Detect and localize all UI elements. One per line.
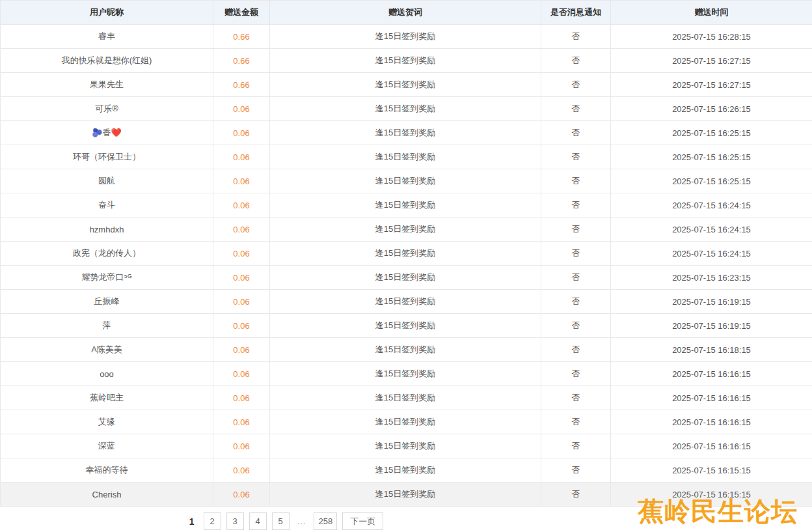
cell-nickname: 幸福的等待 <box>1 458 213 483</box>
header-row: 用户昵称赠送金额赠送贺词是否消息通知赠送时间 <box>1 1 812 25</box>
table-body: 睿丰0.66逢15日签到奖励否2025-07-15 16:28:15我的快乐就是… <box>1 25 812 507</box>
column-header-message: 赠送贺词 <box>270 1 541 25</box>
pagination: 1 2345 ... 258 下一页 <box>0 512 569 530</box>
page-current[interactable]: 1 <box>189 516 195 527</box>
table-row: 耀势龙帝口⁵ᴳ0.06逢15日签到奖励否2025-07-15 16:23:15 <box>1 266 812 290</box>
cell-message: 逢15日签到奖励 <box>270 483 541 507</box>
cell-amount: 0.66 <box>213 25 270 49</box>
cell-notify: 否 <box>541 362 611 386</box>
cell-message: 逢15日签到奖励 <box>270 290 541 314</box>
cell-amount: 0.06 <box>213 458 270 483</box>
cell-message: 逢15日签到奖励 <box>270 458 541 483</box>
table-row: 艾缘0.06逢15日签到奖励否2025-07-15 16:16:15 <box>1 410 812 434</box>
cell-notify: 否 <box>541 73 611 97</box>
cell-nickname: 🫐香❤️ <box>1 121 213 145</box>
cell-message: 逢15日签到奖励 <box>270 193 541 217</box>
cell-message: 逢15日签到奖励 <box>270 97 541 121</box>
page-button-2[interactable]: 2 <box>204 512 221 530</box>
cell-time: 2025-07-15 16:16:15 <box>611 410 812 434</box>
cell-message: 逢15日签到奖励 <box>270 314 541 338</box>
cell-time: 2025-07-15 16:16:15 <box>611 386 812 410</box>
cell-time: 2025-07-15 16:16:15 <box>611 434 812 458</box>
cell-amount: 0.06 <box>213 97 270 121</box>
column-header-nickname: 用户昵称 <box>1 1 213 25</box>
cell-message: 逢15日签到奖励 <box>270 217 541 242</box>
cell-notify: 否 <box>541 266 611 290</box>
cell-message: 逢15日签到奖励 <box>270 169 541 193</box>
cell-nickname: 环哥（环保卫士） <box>1 145 213 169</box>
page-button-5[interactable]: 5 <box>272 512 290 530</box>
gift-record-table: 用户昵称赠送金额赠送贺词是否消息通知赠送时间 睿丰0.66逢15日签到奖励否20… <box>0 0 812 507</box>
cell-time: 2025-07-15 16:27:15 <box>611 73 812 97</box>
cell-nickname: 奋斗 <box>1 193 213 217</box>
cell-message: 逢15日签到奖励 <box>270 49 541 73</box>
table-row: 果果先生0.66逢15日签到奖励否2025-07-15 16:27:15 <box>1 73 812 97</box>
page-button-3[interactable]: 3 <box>226 512 244 530</box>
cell-nickname: 丘振峰 <box>1 290 213 314</box>
cell-notify: 否 <box>541 97 611 121</box>
cell-notify: 否 <box>541 410 611 434</box>
cell-nickname: Cherish <box>1 483 213 507</box>
table-header: 用户昵称赠送金额赠送贺词是否消息通知赠送时间 <box>1 1 812 25</box>
cell-amount: 0.06 <box>213 338 270 362</box>
table-row: 环哥（环保卫士）0.06逢15日签到奖励否2025-07-15 16:25:15 <box>1 145 812 169</box>
table-row: 可乐®0.06逢15日签到奖励否2025-07-15 16:26:15 <box>1 97 812 121</box>
cell-message: 逢15日签到奖励 <box>270 434 541 458</box>
cell-time: 2025-07-15 16:15:15 <box>611 483 812 507</box>
table-row: 萍0.06逢15日签到奖励否2025-07-15 16:19:15 <box>1 314 812 338</box>
cell-notify: 否 <box>541 217 611 242</box>
column-header-amount: 赠送金额 <box>213 1 270 25</box>
cell-nickname: 蕉岭吧主 <box>1 386 213 410</box>
cell-time: 2025-07-15 16:15:15 <box>611 458 812 483</box>
table-row: 我的快乐就是想你(红姐)0.66逢15日签到奖励否2025-07-15 16:2… <box>1 49 812 73</box>
table-row: 奋斗0.06逢15日签到奖励否2025-07-15 16:24:15 <box>1 193 812 217</box>
cell-notify: 否 <box>541 169 611 193</box>
table-row: hzmhdxh0.06逢15日签到奖励否2025-07-15 16:24:15 <box>1 217 812 242</box>
cell-amount: 0.06 <box>213 266 270 290</box>
cell-nickname: 深蓝 <box>1 434 213 458</box>
cell-notify: 否 <box>541 338 611 362</box>
cell-nickname: 圆航 <box>1 169 213 193</box>
cell-amount: 0.06 <box>213 410 270 434</box>
table-row: 幸福的等待0.06逢15日签到奖励否2025-07-15 16:15:15 <box>1 458 812 483</box>
cell-amount: 0.06 <box>213 121 270 145</box>
cell-time: 2025-07-15 16:24:15 <box>611 193 812 217</box>
cell-amount: 0.06 <box>213 483 270 507</box>
cell-notify: 否 <box>541 386 611 410</box>
cell-time: 2025-07-15 16:25:15 <box>611 145 812 169</box>
cell-message: 逢15日签到奖励 <box>270 386 541 410</box>
page-ellipsis: ... <box>297 516 306 526</box>
page-button-last[interactable]: 258 <box>314 512 337 530</box>
cell-notify: 否 <box>541 25 611 49</box>
cell-amount: 0.06 <box>213 314 270 338</box>
cell-notify: 否 <box>541 121 611 145</box>
table-row: Cherish0.06逢15日签到奖励否2025-07-15 16:15:15 <box>1 483 812 507</box>
cell-amount: 0.06 <box>213 290 270 314</box>
cell-nickname: 可乐® <box>1 97 213 121</box>
cell-amount: 0.06 <box>213 193 270 217</box>
cell-amount: 0.06 <box>213 242 270 266</box>
table-row: 🫐香❤️0.06逢15日签到奖励否2025-07-15 16:25:15 <box>1 121 812 145</box>
cell-message: 逢15日签到奖励 <box>270 338 541 362</box>
cell-time: 2025-07-15 16:27:15 <box>611 49 812 73</box>
cell-nickname: hzmhdxh <box>1 217 213 242</box>
cell-message: 逢15日签到奖励 <box>270 145 541 169</box>
cell-time: 2025-07-15 16:25:15 <box>611 121 812 145</box>
cell-notify: 否 <box>541 145 611 169</box>
cell-amount: 0.06 <box>213 386 270 410</box>
cell-message: 逢15日签到奖励 <box>270 362 541 386</box>
cell-nickname: A陈美美 <box>1 338 213 362</box>
cell-notify: 否 <box>541 458 611 483</box>
table-row: 睿丰0.66逢15日签到奖励否2025-07-15 16:28:15 <box>1 25 812 49</box>
cell-time: 2025-07-15 16:19:15 <box>611 314 812 338</box>
cell-amount: 0.66 <box>213 49 270 73</box>
next-page-button[interactable]: 下一页 <box>342 512 383 530</box>
cell-message: 逢15日签到奖励 <box>270 410 541 434</box>
page-button-4[interactable]: 4 <box>249 512 267 530</box>
cell-nickname: ooo <box>1 362 213 386</box>
cell-nickname: 萍 <box>1 314 213 338</box>
column-header-notify: 是否消息通知 <box>541 1 611 25</box>
cell-message: 逢15日签到奖励 <box>270 73 541 97</box>
cell-nickname: 艾缘 <box>1 410 213 434</box>
cell-amount: 0.06 <box>213 145 270 169</box>
